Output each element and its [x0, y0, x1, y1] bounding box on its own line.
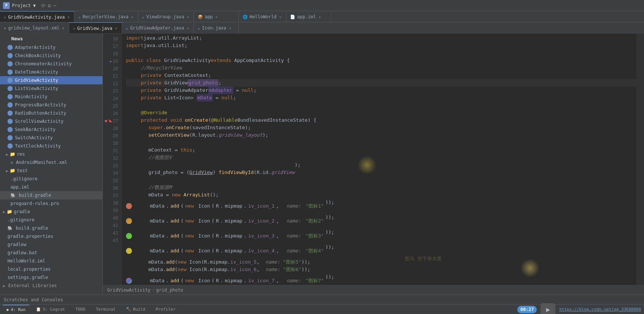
breadcrumb-sep: › [152, 287, 155, 293]
line-num-31: 31 [106, 147, 118, 155]
sidebar-item-scrollview[interactable]: ScrollViewActivity [0, 117, 102, 125]
tab-close-icon[interactable]: ✕ [228, 26, 232, 31]
gutter-marker-19: ▶ [110, 57, 112, 65]
tab-close-gridview[interactable]: ✕ [114, 26, 118, 31]
tab-close-appiml[interactable]: ✕ [318, 15, 322, 19]
activity-icon-listview [7, 86, 13, 91]
tab-gridviewadpater[interactable]: ☕ GridViewAdpater.java ✕ [122, 22, 194, 34]
main-layout: News AdapterActivity CheckBoxAcitivity C… [0, 34, 644, 295]
minimize-icon[interactable]: ─ [53, 3, 56, 9]
code-content[interactable]: import java.util.ArrayList; import java.… [121, 34, 637, 285]
sidebar-item-gridview[interactable]: GridViewActivity [0, 76, 102, 84]
sidebar-item-switch[interactable]: SwitchActivity [0, 134, 102, 142]
code-line-34: //数据源M [126, 184, 637, 191]
code-line-23: private GridViewAdpater mAdapter = null; [126, 87, 637, 94]
settings-icon[interactable]: ⚙ [48, 3, 51, 9]
tab-close-layout[interactable]: ✕ [61, 26, 65, 31]
bottom-tab-run[interactable]: ▶ 4: Run [3, 305, 29, 314]
tab-gridviewactivity[interactable]: ☕ GridViewActivity.java ✕ [0, 11, 74, 22]
tab-gridview-java[interactable]: ☕ GridView.java ✕ [69, 22, 122, 34]
sidebar-item-adapter[interactable]: AdapterActivity [0, 43, 102, 52]
bottom-tab-todo[interactable]: TODO [72, 305, 89, 314]
sidebar-file-gradlewbat[interactable]: gradlew.bat [0, 249, 102, 257]
sidebar-file-localprops[interactable]: local.properties [0, 265, 102, 273]
sidebar-item-chrono[interactable]: ChronomeaterAcitivity [0, 60, 102, 68]
line-num-19: ▶ 19 [106, 57, 118, 65]
code-line-21: private Context mContext; [126, 72, 637, 79]
tab-close-gridviewactivity[interactable]: ✕ [67, 15, 70, 19]
tab-close-viewgroup[interactable]: ✕ [186, 15, 190, 19]
sidebar-item-textclock[interactable]: TextClockActivity [0, 142, 102, 150]
line-num-21: 21 [106, 72, 118, 80]
sidebar-item-radiobutton[interactable]: RadioButtonActivity [0, 109, 102, 117]
line-num-20: 20 [106, 65, 118, 72]
sidebar-file-rootbuild[interactable]: 🐘 build.gradle [0, 224, 102, 232]
tab-appiml[interactable]: 📄 app.iml ✕ [286, 11, 331, 22]
bottom-tab-logcat[interactable]: 📋 5: Logcat [32, 305, 69, 314]
tab-recyclerview[interactable]: ☕ RecyclerView.java ✕ [74, 11, 138, 22]
tab-icon-java[interactable]: ☕ Icon.java ✕ [194, 22, 239, 34]
sidebar-item-datetime[interactable]: DateTimeActivity [0, 68, 102, 76]
sync-icon[interactable]: ⟳ [41, 3, 46, 9]
avatar-39 [126, 248, 132, 254]
sidebar-file-helloworldiml[interactable]: HelloWorld.iml [0, 257, 102, 265]
sidebar-external-libraries[interactable]: ▶ External Libraries [0, 282, 102, 290]
code-line-16: import java.util.ArrayList; [126, 34, 637, 42]
line-num-23: 23 [106, 87, 118, 95]
sidebar-folder-res[interactable]: ▶ 📁 res [0, 150, 102, 158]
timer-badge: 00:27 [517, 306, 537, 313]
sidebar-file-manifest[interactable]: ⚙ AndroidManifest.xml [0, 158, 102, 167]
tab-helloworld[interactable]: 🌐 HelloWorld ✕ [239, 11, 286, 22]
sidebar-file-gradleprops[interactable]: gradle.properties [0, 232, 102, 240]
sidebar-folder-gradle[interactable]: ▶ 📁 gradle [0, 208, 102, 216]
gradle-icon: 🐘 [10, 193, 16, 198]
tab-gridview-layout[interactable]: ✦ gridview_layout.xml ✕ [0, 22, 69, 34]
sidebar-item-progressbar[interactable]: ProgressBarActivity [0, 101, 102, 109]
line-num-41: 41 [106, 222, 118, 229]
tab-close-adpater[interactable]: ✕ [186, 26, 190, 31]
code-container: 16 17 18 ▶ 19 20 21 22 23 24 25 26 ● [103, 34, 644, 285]
code-line-39: mData.add(new Icon(R.mipmap.iv_icon_4, n… [126, 243, 637, 258]
folder-icon-gradle: 📁 [7, 209, 12, 214]
tv-button[interactable]: ▶ [540, 303, 555, 314]
sidebar-item-main[interactable]: MainActivity [0, 93, 102, 101]
tab-close-recyclerview[interactable]: ✕ [130, 15, 134, 19]
title-arrow: ▼ [33, 3, 36, 8]
bottom-tab-build[interactable]: 🔨 Build [122, 305, 149, 314]
sidebar-file-gradlew[interactable]: gradlew [0, 240, 102, 249]
code-line-29: setContentView(R.layout.gridview_layout)… [126, 131, 637, 139]
sidebar-item-listview[interactable]: ListViewActivity [0, 84, 102, 93]
bottom-tab-profiler[interactable]: Profiler [152, 305, 179, 314]
gradle-icon2: 🐘 [7, 226, 13, 231]
sidebar: News AdapterActivity CheckBoxAcitivity C… [0, 34, 103, 295]
java-icon2: ☕ [78, 15, 81, 19]
tab-app[interactable]: 📦 app ✕ [194, 11, 239, 22]
code-line-17: import java.util.List; [126, 42, 637, 49]
sidebar-file-appiml[interactable]: app.iml [0, 183, 102, 191]
tab-viewgroup[interactable]: ☕ ViewGroup.java ✕ [138, 11, 194, 22]
tab-close-helloworld[interactable]: ✕ [278, 15, 282, 19]
sidebar-file-gitignore2[interactable]: .gitignore [0, 216, 102, 224]
bottom-tab-terminal[interactable]: Terminal [92, 305, 119, 314]
sidebar-file-build-gradle[interactable]: 🐘 build.gradle [0, 191, 102, 199]
tab-close-app[interactable]: ✕ [215, 15, 218, 19]
java-icon6: ☕ [198, 26, 200, 31]
sidebar-folder-test[interactable]: ▶ 📁 test [0, 167, 102, 175]
sidebar-file-settingsgradle[interactable]: settings.gradle [0, 273, 102, 282]
url-link[interactable]: https://blog.csdn.net/qq_33608000 [559, 307, 641, 312]
activity-icon-main [7, 94, 13, 99]
line-num-43: 43 [106, 237, 118, 244]
tab-bar-top: ☕ GridViewActivity.java ✕ ☕ RecyclerView… [0, 11, 644, 22]
activity-icon-chrono [7, 61, 13, 66]
line-num-29: 29 [106, 132, 118, 140]
line-num-35: 35 [106, 177, 118, 184]
line-numbers: 16 17 18 ▶ 19 20 21 22 23 24 25 26 ● [103, 34, 121, 285]
sidebar-item-checkbox[interactable]: CheckBoxAcitivity [0, 52, 102, 60]
editor-area: 16 17 18 ▶ 19 20 21 22 23 24 25 26 ● [103, 34, 644, 295]
sidebar-file-gitignore1[interactable]: .gitignore [0, 175, 102, 183]
sidebar-item-seekbar[interactable]: SeekBarActivity [0, 125, 102, 134]
bottom-bar: ▶ 4: Run 📋 5: Logcat TODO Terminal 🔨 Bui… [0, 304, 644, 314]
breadcrumb-member: grid_photo [156, 287, 183, 293]
sidebar-file-proguard[interactable]: proguard-rules.pro [0, 199, 102, 208]
line-num-30: 30 [106, 140, 118, 147]
